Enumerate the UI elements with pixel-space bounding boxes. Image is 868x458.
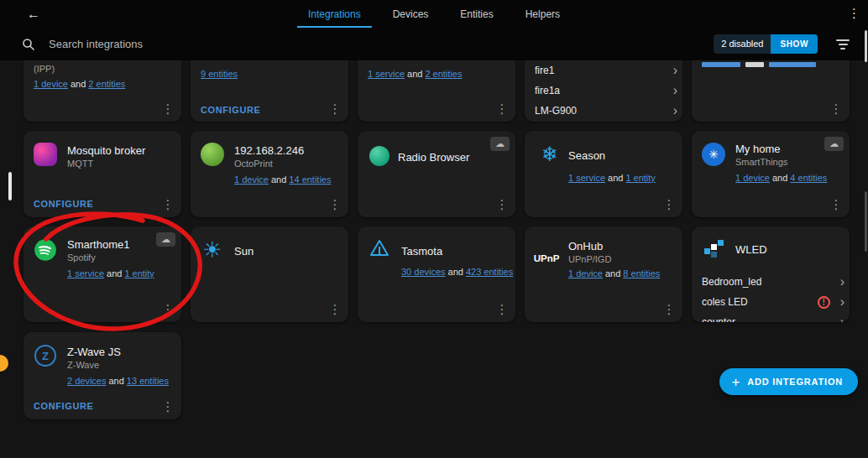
device-row[interactable]: counter › [702, 312, 844, 322]
entities-link[interactable]: 2 entities [88, 79, 125, 89]
show-disabled-button[interactable]: SHOW [771, 34, 818, 54]
more-options-icon[interactable]: ⋮ [828, 197, 844, 212]
card-links: 30 devicesand423 entities [401, 267, 513, 277]
integration-card-smartthings[interactable]: ✳ My home SmartThings 1 deviceand4 entit… [692, 131, 850, 217]
more-options-icon[interactable]: ⋮ [327, 101, 343, 117]
integration-card-clipped[interactable]: ⋮ [692, 60, 850, 122]
integration-card-wled[interactable]: WLED Bedroom_led › coles LED ! › counter… [692, 226, 850, 322]
integrations-page: ← Integrations Devices Entities Helpers … [0, 0, 868, 458]
chevron-right-icon: › [840, 296, 844, 308]
device-name: fire1 [535, 65, 670, 76]
entities-link[interactable]: 423 entities [466, 267, 513, 277]
main-tabs: Integrations Devices Entities Helpers [292, 0, 576, 28]
card-links: 2 devicesand13 entities [67, 376, 169, 386]
configure-button[interactable]: CONFIGURE [201, 105, 260, 115]
scrollbar-thumb[interactable] [865, 30, 867, 62]
device-name: fire1a [535, 85, 670, 96]
configure-button[interactable]: CONFIGURE [34, 199, 93, 209]
integration-card-unknown3[interactable]: 1 serviceand2 entities ⋮ [358, 60, 515, 122]
tab-helpers[interactable]: Helpers [510, 0, 576, 28]
integration-card-radio-browser[interactable]: Radio Browser ☁ ⋮ [358, 131, 515, 217]
services-link[interactable]: 1 service [568, 173, 605, 183]
integration-card-fire-devices[interactable]: fire1 › fire1a › LM-G900 › [525, 60, 682, 122]
tab-label: Helpers [526, 8, 560, 20]
devices-link[interactable]: 30 devices [401, 267, 446, 277]
more-options-icon[interactable]: ⋮ [327, 302, 343, 317]
entities-link[interactable]: 4 entities [790, 173, 827, 183]
more-options-icon[interactable]: ⋮ [661, 302, 677, 317]
back-button[interactable]: ← [27, 7, 40, 22]
devices-link[interactable]: 1 device [735, 173, 770, 183]
card-title: Z-Wave JS [67, 346, 121, 358]
more-options-icon[interactable]: ⋮ [494, 197, 510, 212]
upnp-icon: UPnP [530, 247, 563, 270]
overflow-menu-icon[interactable]: ⋮ [843, 5, 861, 22]
card-subtitle: MQTT [67, 159, 93, 169]
scrollbar-thumb[interactable] [865, 191, 867, 252]
more-options-icon[interactable]: ⋮ [159, 302, 176, 317]
device-name: LM-G900 [535, 105, 670, 117]
services-link[interactable]: 1 service [368, 69, 405, 79]
more-options-icon[interactable]: ⋮ [494, 101, 510, 117]
integration-card-sun[interactable]: ☀ Sun ⋮ [191, 226, 348, 322]
season-icon: ❄ [538, 143, 562, 166]
device-row[interactable]: LM-G900 › [535, 101, 677, 121]
card-subtitle: Spotify [67, 252, 96, 263]
integrations-grid: (IPP) 1 deviceand2 entities ⋮ 9 entities… [0, 60, 868, 458]
entities-link[interactable]: 14 entities [289, 174, 331, 185]
tab-devices[interactable]: Devices [377, 0, 445, 28]
app-header: ← Integrations Devices Entities Helpers … [0, 0, 868, 28]
integration-card-zwave[interactable]: Z Z-Wave JS Z-Wave 2 devicesand13 entiti… [24, 332, 181, 419]
more-options-icon[interactable]: ⋮ [159, 399, 176, 414]
device-name: Bedroom_led [702, 276, 837, 288]
integration-card-onhub[interactable]: UPnP OnHub UPnP/IGD 1 deviceand8 entitie… [525, 226, 682, 322]
more-options-icon[interactable]: ⋮ [494, 302, 510, 317]
device-row[interactable]: Bedroom_led › [702, 272, 844, 292]
chevron-right-icon: › [840, 316, 844, 322]
tab-entities[interactable]: Entities [444, 0, 509, 28]
device-row[interactable]: fire1a › [535, 81, 677, 101]
devices-link[interactable]: 2 devices [67, 376, 106, 386]
more-options-icon[interactable]: ⋮ [661, 197, 677, 212]
entities-link[interactable]: 1 entity [625, 173, 655, 183]
entities-link[interactable]: 9 entities [201, 69, 238, 79]
configure-button[interactable]: CONFIGURE [34, 401, 93, 411]
add-integration-button[interactable]: + ADD INTEGRATION [719, 368, 858, 395]
tab-label: Integrations [308, 8, 361, 20]
integration-card-octoprint[interactable]: 192.168.2.246 OctoPrint 1 deviceand14 en… [191, 131, 348, 217]
device-name: coles LED [702, 296, 818, 308]
devices-link[interactable]: 1 device [568, 268, 603, 278]
more-options-icon[interactable]: ⋮ [828, 101, 844, 117]
device-row[interactable]: fire1 › [535, 60, 677, 81]
tab-integrations[interactable]: Integrations [292, 0, 377, 28]
entities-link[interactable]: 2 entities [425, 69, 462, 79]
card-title: Tasmota [401, 245, 442, 258]
chevron-right-icon: › [840, 276, 844, 288]
device-name: counter [702, 316, 837, 322]
spotify-icon [34, 238, 57, 262]
entities-link[interactable]: 1 entity [124, 268, 154, 278]
integration-card-season[interactable]: ❄ Season 1 serviceand1 entity ⋮ [525, 131, 682, 217]
add-integration-label: ADD INTEGRATION [747, 377, 843, 387]
card-title: OnHub [568, 240, 603, 252]
integration-card-spotify[interactable]: Smarthome1 Spotify 1 serviceand1 entity … [24, 226, 181, 322]
entities-link[interactable]: 13 entities [127, 376, 169, 386]
more-options-icon[interactable]: ⋮ [159, 197, 176, 212]
more-options-icon[interactable]: ⋮ [159, 101, 176, 117]
entities-link[interactable]: 8 entities [623, 268, 660, 278]
devices-link[interactable]: 1 device [34, 79, 68, 89]
search-input[interactable] [47, 37, 714, 51]
device-row[interactable]: coles LED ! › [702, 292, 844, 312]
radio-browser-icon [369, 146, 390, 166]
integration-card-ipp[interactable]: (IPP) 1 deviceand2 entities ⋮ [24, 60, 181, 122]
services-link[interactable]: 1 service [67, 268, 104, 278]
filter-icon[interactable] [834, 38, 851, 51]
integration-card-tasmota[interactable]: Tasmota 30 devicesand423 entities ⋮ [358, 226, 515, 322]
chevron-right-icon: › [673, 65, 677, 76]
devices-link[interactable]: 1 device [234, 174, 269, 185]
integration-card-unknown2[interactable]: 9 entities CONFIGURE ⋮ [191, 60, 348, 122]
more-options-icon[interactable]: ⋮ [327, 197, 343, 212]
integration-card-mqtt[interactable]: Mosquito broker MQTT CONFIGURE ⋮ [24, 131, 181, 217]
card-title: Smarthome1 [67, 238, 129, 251]
disabled-filter-badge[interactable]: 2 disabled SHOW [714, 34, 818, 54]
